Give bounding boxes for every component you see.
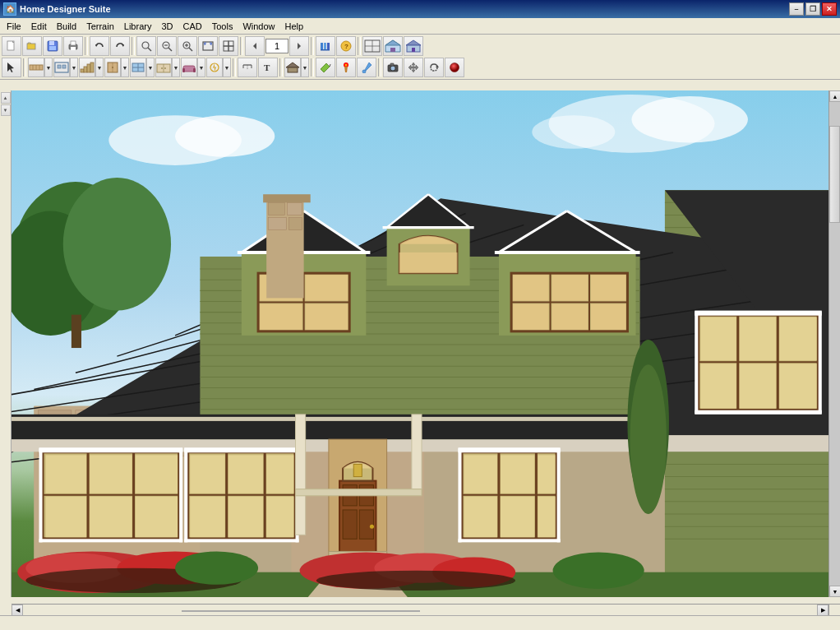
svg-rect-233 [184, 447, 298, 452]
scroll-right-track[interactable] [829, 102, 840, 586]
paint-tool[interactable] [316, 58, 335, 77]
menu-edit[interactable]: Edit [26, 20, 52, 33]
roof-tool[interactable] [284, 58, 301, 77]
text-tool[interactable]: T [258, 58, 278, 77]
print-button[interactable] [63, 36, 83, 56]
svg-rect-198 [591, 275, 625, 300]
zoom-in-button[interactable] [178, 36, 197, 56]
menu-window[interactable]: Window [238, 20, 279, 33]
toolbar-row-2: ▼ ▼ ▼ ▼ ▼ [2, 58, 838, 77]
svg-rect-54 [90, 63, 94, 72]
svg-rect-48 [55, 63, 68, 72]
roof-dropdown[interactable]: ▼ [301, 58, 309, 77]
restore-button[interactable]: ❐ [805, 2, 820, 16]
svg-rect-252 [458, 448, 461, 542]
walls-tool[interactable] [28, 58, 44, 77]
save-button[interactable] [43, 36, 62, 56]
zoom-out-button[interactable] [157, 36, 177, 56]
svg-rect-224 [190, 455, 224, 493]
scroll-right-down[interactable]: ▼ [829, 586, 840, 597]
svg-point-87 [175, 115, 275, 156]
menu-file[interactable]: File [2, 20, 26, 33]
camera-tool[interactable] [383, 58, 403, 77]
doors-dropdown[interactable]: ▼ [121, 58, 129, 77]
windows-tool[interactable] [130, 58, 146, 77]
walls-dropdown[interactable]: ▼ [44, 58, 53, 77]
minimize-button[interactable]: – [789, 2, 804, 16]
page-number-input[interactable]: 1 [265, 39, 288, 53]
title-bar-controls[interactable]: – ❐ ✕ [789, 2, 837, 16]
cabinets-tool[interactable] [155, 58, 172, 77]
status-bar [0, 615, 840, 630]
rotate-tool[interactable] [424, 58, 444, 77]
select-tool[interactable] [2, 58, 21, 77]
electrical-tool[interactable] [206, 58, 223, 77]
sphere-button[interactable] [445, 58, 464, 77]
svg-rect-251 [538, 497, 555, 537]
close-button[interactable]: ✕ [822, 2, 837, 16]
library-button[interactable] [316, 36, 335, 56]
eyedropper-tool[interactable] [357, 58, 376, 77]
floor-plan-button[interactable] [362, 36, 382, 56]
menu-library[interactable]: Library [119, 20, 157, 33]
scrollbar-bottom[interactable]: ◀ ▶ [12, 604, 828, 615]
cabinets-dropdown[interactable]: ▼ [172, 58, 180, 77]
menu-tools[interactable]: Tools [207, 20, 238, 33]
scroll-right-thumb[interactable] [829, 126, 840, 223]
svg-rect-247 [464, 497, 497, 537]
svg-rect-210 [46, 455, 86, 493]
scroll-right-up[interactable]: ▲ [829, 90, 840, 102]
svg-rect-212 [90, 455, 132, 493]
separator-1 [85, 37, 88, 55]
left-scroll-up[interactable]: ▲ [1, 92, 11, 104]
svg-rect-250 [538, 455, 555, 493]
windows-dropdown[interactable]: ▼ [146, 58, 155, 77]
svg-rect-216 [39, 448, 42, 542]
scroll-bottom-right[interactable]: ▶ [817, 605, 828, 616]
electrical-dropdown[interactable]: ▼ [223, 58, 231, 77]
svg-point-288 [175, 551, 258, 584]
house-view-button[interactable] [383, 36, 403, 56]
rooms-dropdown[interactable]: ▼ [70, 58, 78, 77]
furnishings-tool[interactable] [181, 58, 197, 77]
scroll-bottom-thumb[interactable] [182, 610, 420, 612]
svg-point-78 [345, 64, 348, 67]
furnishings-dropdown[interactable]: ▼ [197, 58, 205, 77]
rooms-tool[interactable] [53, 58, 70, 77]
menu-cad[interactable]: CAD [178, 20, 206, 33]
nav-next-button[interactable] [289, 36, 309, 56]
svg-point-285 [316, 571, 515, 591]
fit-all-button[interactable] [219, 36, 238, 56]
stairs-dropdown[interactable]: ▼ [95, 58, 104, 77]
open-button[interactable] [22, 36, 42, 56]
undo-button[interactable] [90, 36, 109, 56]
svg-rect-23 [228, 41, 233, 46]
menu-3d[interactable]: 3D [156, 20, 178, 33]
move-tool[interactable] [404, 58, 423, 77]
left-scroll-down[interactable]: ▼ [1, 104, 11, 116]
house-3d-view[interactable] [12, 90, 828, 597]
svg-line-76 [330, 64, 330, 67]
help-button[interactable]: ? [336, 36, 356, 56]
zoom-fit-button[interactable] [136, 36, 156, 56]
ext-view-button[interactable] [404, 36, 423, 56]
nav-prev-button[interactable] [245, 36, 265, 56]
menu-terrain[interactable]: Terrain [81, 20, 119, 33]
fit-view-button[interactable] [198, 36, 218, 56]
separator-4 [311, 37, 314, 55]
doors-tool[interactable] [104, 58, 121, 77]
svg-rect-294 [288, 218, 302, 230]
svg-rect-241 [353, 464, 362, 476]
new-button[interactable] [2, 36, 21, 56]
roof-tool-group: ▼ [284, 58, 309, 77]
dimension-tool[interactable] [238, 58, 257, 77]
menu-help[interactable]: Help [280, 20, 309, 33]
redo-button[interactable] [110, 36, 130, 56]
svg-rect-52 [84, 67, 87, 72]
menu-build[interactable]: Build [52, 20, 81, 33]
material-paintbrush[interactable] [336, 58, 356, 77]
stairs-tool[interactable] [79, 58, 95, 77]
scrollbar-right[interactable]: ▲ ▼ [828, 90, 840, 597]
svg-rect-75 [288, 67, 298, 72]
scroll-bottom-left[interactable]: ◀ [12, 605, 23, 616]
